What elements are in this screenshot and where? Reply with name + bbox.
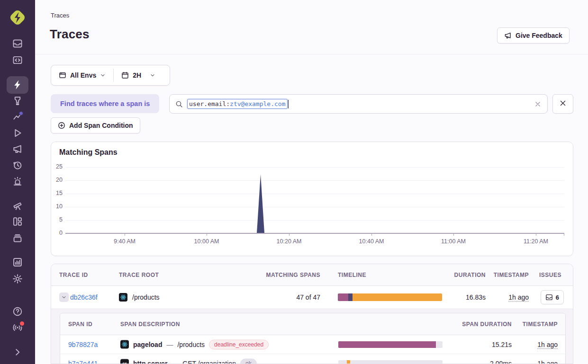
filter-token-key: user.email:: [189, 100, 230, 107]
col-matching-spans: MATCHING SPANS: [266, 272, 320, 278]
chevron-down-icon: [100, 72, 106, 78]
x-axis-tickmark: [125, 234, 125, 236]
sidebar-profiling-icon[interactable]: [12, 95, 23, 107]
text-cursor: [288, 100, 289, 108]
close-icon: [559, 99, 567, 108]
col-span-timestamp: TIMESTAMP: [523, 321, 558, 328]
trace-row: db26c36f /products 47 of 47 16.83s 1h ag…: [51, 286, 573, 309]
col-span-id: SPAN ID: [68, 321, 92, 328]
x-axis-line: [65, 233, 564, 234]
span-target: GET /organization: [182, 360, 236, 364]
sidebar-settings-icon[interactable]: [12, 273, 23, 284]
span-id-link[interactable]: 9b78827a: [68, 341, 98, 348]
span-timestamp[interactable]: 1h ago: [537, 360, 558, 364]
span-duration: 2.00ms: [490, 360, 512, 364]
span-target: /products: [177, 341, 205, 348]
sidebar-replays-icon[interactable]: [12, 127, 23, 139]
traces-page: Traces Traces Give Feedback All Envs 2H …: [0, 0, 588, 364]
x-axis-label: 11:20 AM: [524, 238, 548, 245]
timeline-segment: [348, 293, 353, 301]
timeline-segment: [353, 293, 442, 301]
sidebar-discover-icon[interactable]: [12, 200, 23, 212]
window-icon: [59, 71, 66, 79]
sidebar-dashboards-icon[interactable]: [12, 216, 23, 227]
span-status-badge: deadline_exceeded: [209, 339, 269, 349]
issues-count-badge[interactable]: 6: [541, 290, 564, 304]
trace-timeline-bar[interactable]: [338, 293, 442, 301]
x-axis-tickmark: [371, 234, 372, 236]
breadcrumb[interactable]: Traces: [51, 12, 69, 19]
span-timestamp[interactable]: 1h ago: [537, 341, 558, 348]
traces-table-header: TRACE ID TRACE ROOT MATCHING SPANS TIMEL…: [51, 264, 573, 286]
matching-spans-spike: [65, 142, 564, 233]
sidebar-feedback-icon[interactable]: [12, 143, 23, 155]
traces-table: TRACE ID TRACE ROOT MATCHING SPANS TIMEL…: [51, 264, 573, 364]
trace-duration: 16.83s: [466, 293, 486, 301]
span-duration-bar: [338, 360, 443, 364]
search-icon: [175, 100, 183, 108]
x-axis-tickmark: [564, 234, 564, 236]
plus-circle-icon: [58, 122, 65, 129]
span-description: pageload — /products deadline_exceeded: [120, 339, 269, 349]
search-filter-token[interactable]: user.email:ztv@example.com: [187, 99, 288, 109]
issues-icon: [545, 293, 553, 301]
col-trace-id: TRACE ID: [59, 272, 88, 278]
x-axis-tickmark: [536, 234, 536, 236]
x-axis-label: 10:00 AM: [194, 238, 219, 245]
span-separator: —: [166, 341, 173, 348]
sidebar-help-icon[interactable]: [12, 306, 23, 317]
span-duration-bar: [338, 341, 443, 348]
filter-bar: All Envs 2H: [51, 65, 170, 86]
x-axis-tickmark: [453, 234, 454, 236]
spans-table: SPAN ID SPAN DESCRIPTION SPAN DURATION T…: [60, 313, 566, 364]
filter-token-value: ztv@example.com: [230, 100, 285, 107]
chevron-down-icon: [150, 72, 155, 78]
x-axis-label: 10:20 AM: [277, 238, 302, 245]
remove-condition-button[interactable]: [552, 94, 573, 114]
sidebar-projects-icon[interactable]: [12, 54, 23, 66]
insights-notification-dot: [19, 111, 23, 115]
span-separator: —: [172, 360, 178, 364]
environment-selector[interactable]: All Envs: [51, 65, 113, 85]
x-axis-label: 11:00 AM: [441, 238, 466, 245]
trace-root: /products: [132, 293, 160, 301]
sidebar: [0, 0, 35, 364]
col-timeline: TIMELINE: [338, 272, 366, 278]
trace-timestamp[interactable]: 1h ago: [508, 293, 529, 301]
broadcast-notification-dot: [19, 320, 25, 327]
span-duration: 15.21s: [492, 341, 512, 348]
collapse-trace-button[interactable]: [59, 293, 69, 302]
span-status-badge: ok: [240, 358, 257, 364]
x-axis-label: 9:40 AM: [114, 238, 136, 245]
sidebar-crons-icon[interactable]: [12, 232, 23, 244]
x-axis-tickmark: [207, 234, 207, 236]
page-title: Traces: [50, 27, 90, 42]
span-op: http.server: [133, 360, 167, 364]
col-duration: DURATION: [454, 272, 486, 278]
expanded-trace-section: SPAN ID SPAN DESCRIPTION SPAN DURATION T…: [51, 309, 573, 364]
issues-count: 6: [556, 294, 559, 301]
span-search-input[interactable]: user.email:ztv@example.com: [169, 94, 548, 114]
span-op: pageload: [133, 341, 162, 348]
span-duration-fill: [347, 360, 350, 364]
sidebar-stats-icon[interactable]: [12, 257, 23, 268]
sidebar-releases-icon[interactable]: [12, 160, 23, 171]
sidebar-traces-icon[interactable]: [12, 79, 23, 90]
header-divider: [35, 54, 588, 54]
sidebar-alerts-icon[interactable]: [12, 176, 23, 187]
give-feedback-label: Give Feedback: [516, 32, 562, 39]
span-id-link[interactable]: b7a7e441: [68, 360, 98, 364]
col-span-duration: SPAN DURATION: [462, 321, 512, 328]
add-span-condition-button[interactable]: Add Span Condition: [51, 117, 140, 133]
spans-table-header: SPAN ID SPAN DESCRIPTION SPAN DURATION T…: [60, 313, 565, 335]
date-range-selector[interactable]: 2H: [114, 65, 163, 85]
span-row: b7a7e441 ex http.server — GET /organizat…: [60, 354, 565, 364]
sidebar-collapse-icon[interactable]: [12, 346, 23, 358]
clear-search-icon[interactable]: [534, 100, 542, 108]
sidebar-issues-icon[interactable]: [12, 38, 23, 49]
sentry-logo-icon[interactable]: [8, 8, 27, 27]
col-issues: ISSUES: [539, 272, 561, 278]
react-icon: [120, 340, 129, 349]
give-feedback-button[interactable]: Give Feedback: [497, 27, 570, 44]
trace-id-link[interactable]: db26c36f: [70, 293, 98, 301]
